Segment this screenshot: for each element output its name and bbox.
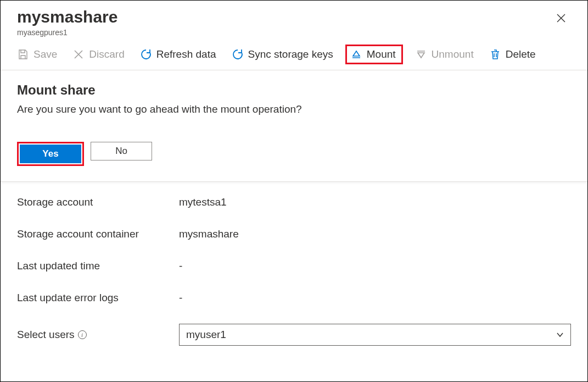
container-label: Storage account container (17, 228, 179, 240)
field-select-users: Select users i myuser1 (17, 324, 571, 346)
last-updated-value: - (179, 260, 571, 272)
error-logs-value: - (179, 292, 571, 304)
confirm-title: Mount share (17, 82, 571, 98)
mount-label: Mount (367, 48, 396, 60)
discard-icon (72, 48, 85, 60)
properties-section: Storage account mytestsa1 Storage accoun… (1, 182, 587, 357)
discard-label: Discard (89, 48, 124, 60)
discard-button[interactable]: Discard (72, 48, 124, 60)
chevron-down-icon (556, 331, 564, 339)
no-button[interactable]: No (91, 142, 152, 160)
confirm-buttons: Yes No (17, 142, 571, 166)
unmount-label: Unmount (432, 48, 474, 60)
last-updated-label: Last updated time (17, 260, 179, 272)
select-users-dropdown[interactable]: myuser1 (179, 324, 571, 346)
confirm-dialog: Mount share Are you sure you want to go … (1, 70, 587, 182)
sync-icon (232, 48, 244, 60)
save-label: Save (33, 48, 57, 60)
unmount-button[interactable]: Unmount (415, 48, 474, 60)
save-button[interactable]: Save (17, 48, 57, 60)
close-button[interactable] (553, 10, 569, 26)
delete-label: Delete (506, 48, 536, 60)
panel-header: mysmashare myasegpures1 (1, 1, 587, 41)
refresh-label: Refresh data (156, 48, 216, 60)
mount-button[interactable]: Mount (345, 45, 403, 64)
field-error-logs: Last update error logs - (17, 292, 571, 304)
select-users-label: Select users i (17, 329, 179, 341)
yes-highlight: Yes (17, 142, 84, 166)
select-users-label-text: Select users (17, 329, 75, 341)
title-block: mysmashare myasegpures1 (17, 7, 117, 37)
mount-icon (350, 48, 362, 60)
field-storage-account: Storage account mytestsa1 (17, 196, 571, 208)
save-icon (17, 48, 29, 60)
info-icon[interactable]: i (78, 330, 87, 339)
delete-button[interactable]: Delete (489, 48, 536, 60)
select-users-value: myuser1 (186, 329, 226, 341)
refresh-icon (140, 48, 152, 60)
confirm-message: Are you sure you want to go ahead with t… (17, 103, 571, 115)
resource-subtitle: myasegpures1 (17, 28, 117, 37)
field-last-updated: Last updated time - (17, 260, 571, 272)
sync-button[interactable]: Sync storage keys (232, 48, 333, 60)
yes-button[interactable]: Yes (20, 145, 81, 163)
share-panel: mysmashare myasegpures1 Save Discard Ref… (0, 0, 588, 382)
error-logs-label: Last update error logs (17, 292, 179, 304)
container-value: mysmashare (179, 228, 571, 240)
storage-account-label: Storage account (17, 196, 179, 208)
command-toolbar: Save Discard Refresh data Sync storage k… (1, 41, 587, 70)
refresh-button[interactable]: Refresh data (140, 48, 216, 60)
field-container: Storage account container mysmashare (17, 228, 571, 240)
storage-account-value: mytestsa1 (179, 196, 571, 208)
close-icon (557, 14, 565, 23)
delete-icon (489, 48, 501, 60)
page-title: mysmashare (17, 7, 117, 27)
sync-label: Sync storage keys (248, 48, 333, 60)
unmount-icon (415, 48, 427, 60)
